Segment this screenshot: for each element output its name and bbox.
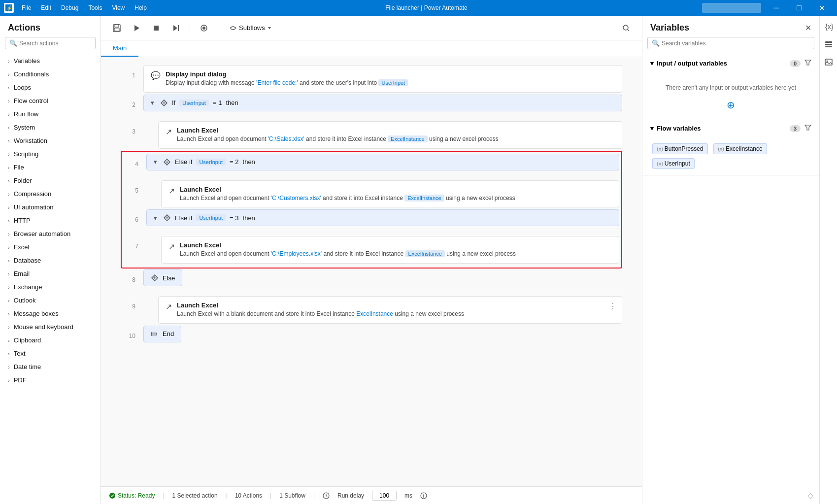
- sidebar-item-browser-automation[interactable]: ›Browser automation: [0, 227, 100, 240]
- add-variable-button[interactable]: ⊕: [650, 95, 811, 115]
- sidebar-item-folder[interactable]: ›Folder: [0, 174, 100, 187]
- add-icon: ⊕: [727, 99, 735, 111]
- collapse-icon[interactable]: ▾: [154, 214, 157, 222]
- sidebar-item-clipboard[interactable]: ›Clipboard: [0, 334, 100, 347]
- menu-view[interactable]: View: [108, 3, 129, 12]
- flow-vars-filter-button[interactable]: [804, 124, 811, 133]
- menu-file[interactable]: File: [18, 3, 35, 12]
- var-chip-userinput[interactable]: (x) UserInput: [652, 158, 695, 169]
- sidebar-item-compression[interactable]: ›Compression: [0, 187, 100, 201]
- sidebar-item-scripting[interactable]: ›Scripting: [0, 147, 100, 161]
- excel-icon-3: ↗: [166, 127, 172, 136]
- sidebar-item-outlook[interactable]: ›Outlook: [0, 294, 100, 307]
- step1-tag: UserInput: [378, 79, 408, 86]
- flow-row-1: 1 💬 Display input dialog Display input d…: [121, 65, 622, 93]
- sidebar-item-conditionals[interactable]: ›Conditionals: [0, 67, 100, 81]
- sidebar-item-excel[interactable]: ›Excel: [0, 240, 100, 254]
- sidebar-item-variables[interactable]: ›Variables: [0, 54, 100, 67]
- save-button[interactable]: [109, 20, 125, 36]
- if-block[interactable]: ▾ If UserInput = 1 then: [143, 95, 622, 111]
- flow-vars-header[interactable]: ▾ Flow variables 3: [642, 119, 819, 137]
- run-button[interactable]: [129, 20, 144, 36]
- collapse-icon[interactable]: ▾: [151, 99, 154, 106]
- elseif-then-2: then: [243, 214, 255, 222]
- sidebar-item-system[interactable]: ›System: [0, 121, 100, 134]
- status-icon: [109, 492, 116, 499]
- svg-point-26: [826, 61, 828, 62]
- flow-row-6: 6 ▾ Else if UserInput = 3 then: [124, 209, 619, 234]
- step7-item[interactable]: ↗ Launch Excel Launch Excel and open doc…: [161, 236, 619, 264]
- sidebar-item-file[interactable]: ›File: [0, 161, 100, 174]
- maximize-button[interactable]: □: [788, 0, 810, 16]
- menu-help[interactable]: Help: [131, 3, 151, 12]
- more-options-button[interactable]: ⋮: [609, 302, 617, 311]
- sidebar-item-email[interactable]: ›Email: [0, 267, 100, 280]
- sidebar-item-ui-automation[interactable]: ›UI automation: [0, 201, 100, 214]
- record-button[interactable]: [196, 20, 212, 36]
- search-actions-input[interactable]: [19, 40, 91, 47]
- chevron-icon: ›: [8, 138, 10, 144]
- step-button[interactable]: [168, 20, 184, 36]
- excel-icon-7: ↗: [168, 242, 175, 251]
- sidebar-item-pdf[interactable]: ›PDF: [0, 373, 100, 387]
- subflow-count: 1 Subflow: [279, 492, 305, 499]
- chevron-icon: ›: [8, 377, 10, 383]
- layer-icon-button[interactable]: [822, 37, 836, 51]
- close-variables-button[interactable]: ✕: [805, 23, 811, 33]
- step3-item[interactable]: ↗ Launch Excel Launch Excel and open doc…: [158, 121, 622, 149]
- image-icon-button[interactable]: [822, 55, 836, 69]
- var-panel-icon-button[interactable]: {x}: [822, 20, 836, 34]
- step7-desc: Launch Excel and open document 'C:\Emplo…: [180, 250, 612, 258]
- flow-variables-section: ▾ Flow variables 3 (x) ButtonPressed (x)…: [642, 119, 819, 175]
- chevron-icon: ›: [8, 284, 10, 290]
- line-num-6: 6: [124, 209, 138, 223]
- input-output-header[interactable]: ▾ Input / output variables 0: [642, 54, 819, 72]
- status-ready: Status: Ready: [109, 492, 155, 499]
- chevron-icon: ›: [8, 111, 10, 117]
- search-variables-input[interactable]: [662, 40, 810, 47]
- flow-item-1[interactable]: 💬 Display input dialog Display input dia…: [143, 65, 622, 93]
- sidebar-item-database[interactable]: ›Database: [0, 254, 100, 267]
- status-bar: Status: Ready | 1 Selected action | 10 A…: [101, 486, 642, 504]
- sidebar-item-text[interactable]: ›Text: [0, 347, 100, 360]
- sidebar-item-http[interactable]: ›HTTP: [0, 214, 100, 227]
- var-chip-excelinstance[interactable]: (x) ExcelInstance: [713, 143, 767, 154]
- elseif-block-1[interactable]: ▾ Else if UserInput = 2 then: [146, 154, 619, 170]
- sidebar-item-flow-control[interactable]: ›Flow control: [0, 94, 100, 107]
- end-icon: [151, 330, 159, 338]
- minimize-button[interactable]: ─: [765, 0, 788, 16]
- selected-block: 4 ▾ Else if UserInput = 2 then: [121, 151, 622, 269]
- chevron-icon: ›: [8, 271, 10, 277]
- close-button[interactable]: ✕: [810, 0, 833, 16]
- step5-item[interactable]: ↗ Launch Excel Launch Excel and open doc…: [161, 180, 619, 208]
- actions-search-container: 🔍: [5, 37, 96, 49]
- sidebar-item-run-flow[interactable]: ›Run flow: [0, 107, 100, 121]
- tab-main[interactable]: Main: [101, 40, 138, 57]
- else-block[interactable]: Else: [143, 269, 182, 286]
- line-num-1: 1: [121, 65, 135, 79]
- menu-tools[interactable]: Tools: [84, 3, 106, 12]
- sidebar-item-workstation[interactable]: ›Workstation: [0, 134, 100, 147]
- sidebar-item-exchange[interactable]: ›Exchange: [0, 280, 100, 294]
- flow-row-8: 8 Else: [121, 269, 622, 294]
- stop-button[interactable]: [148, 20, 164, 36]
- variables-header: Variables ✕: [642, 16, 819, 37]
- if-op: = 1: [213, 99, 222, 106]
- actions-count: 10 Actions: [235, 492, 262, 499]
- search-button[interactable]: [618, 20, 634, 36]
- io-filter-button[interactable]: [804, 59, 811, 67]
- subflows-button[interactable]: Subflows: [224, 22, 277, 34]
- sidebar-item-mouse-keyboard[interactable]: ›Mouse and keyboard: [0, 320, 100, 334]
- sidebar-item-datetime[interactable]: ›Date time: [0, 360, 100, 373]
- menu-debug[interactable]: Debug: [57, 3, 82, 12]
- sidebar-item-loops[interactable]: ›Loops: [0, 81, 100, 94]
- collapse-icon[interactable]: ▾: [154, 158, 157, 166]
- var-chip-buttonpressed[interactable]: (x) ButtonPressed: [652, 143, 708, 154]
- sidebar-item-message-boxes[interactable]: ›Message boxes: [0, 307, 100, 320]
- menu-edit[interactable]: Edit: [37, 3, 55, 12]
- elseif-block-2[interactable]: ▾ Else if UserInput = 3 then: [146, 209, 619, 226]
- end-block[interactable]: End: [143, 326, 181, 342]
- run-delay-input[interactable]: [372, 491, 397, 501]
- step9-item[interactable]: ↗ Launch Excel Launch Excel with a blank…: [158, 296, 622, 324]
- chevron-icon: ›: [8, 351, 10, 357]
